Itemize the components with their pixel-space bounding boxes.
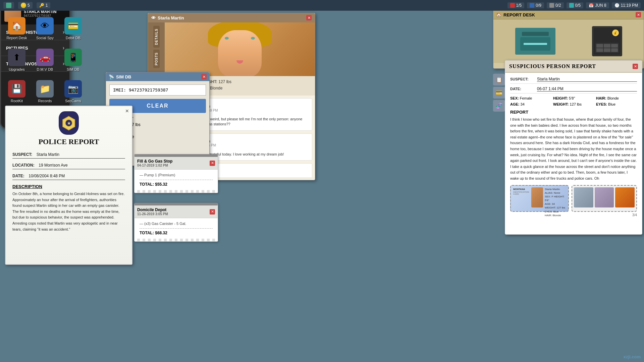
id-card-photo: [531, 187, 543, 207]
sidebar-item-rootkit[interactable]: 💾 RootKit: [3, 76, 30, 107]
report-desk-close-button[interactable]: ✕: [636, 12, 641, 17]
watermark: xzji.com: [624, 354, 641, 359]
sidebar-icon-card[interactable]: 💳: [493, 87, 505, 99]
rootkit-label: RootKit: [11, 99, 23, 103]
suspect-weight: WEIGHT: 127 lbs: [553, 102, 594, 106]
sidebar-item-records[interactable]: 📁 Records: [32, 76, 58, 107]
suspect-hair: HAIR: Blonde: [596, 96, 637, 100]
report-desk-title-icon: 🏠: [496, 12, 501, 17]
sidebar-item-dmv-db[interactable]: 🚗 D.M.V DB: [32, 45, 58, 75]
debit-db-icon: 💳: [64, 17, 82, 35]
status-3-label: 0/2: [555, 3, 561, 8]
simdb-close-button[interactable]: ✕: [201, 74, 207, 79]
taskbar-right: 1/5 0/9 0/2 0/5 📅 JUN 8 🕐 11:19 PM: [507, 2, 641, 8]
key-count: 1: [46, 3, 48, 8]
status-1-label: 1/5: [516, 3, 522, 8]
receipt-1-item-1: — Pump 1 (Premium): [140, 173, 213, 177]
status-4: 0/5: [567, 2, 584, 8]
receipt-1-body: — Pump 1 (Premium) TOTAL: $55.32: [135, 170, 218, 190]
printer-object: [515, 28, 555, 55]
sidebar-icon-file[interactable]: 📋: [493, 74, 505, 85]
social-spy-icon-title: 👁: [151, 15, 156, 20]
suspect-report-text: I think I know who set fire to that hous…: [510, 117, 637, 182]
police-location-field: LOCATION: 19 Morrison Ave: [12, 162, 125, 169]
receipt-2-window: Domicile Depot 11-26-2019 3:05 PM ✕ — (x…: [134, 203, 218, 242]
time-display: 🕐 11:19 PM: [612, 2, 641, 8]
suspect-date-row: DATE: 06-07 1:44 PM: [510, 86, 637, 94]
profile-image: [165, 22, 315, 76]
report-desk-label: Report Desk: [6, 36, 27, 40]
sidebar-item-seccams[interactable]: 📷 SecCams: [60, 76, 87, 107]
battery-icon: [6, 3, 11, 8]
phone-object: 💰: [592, 26, 622, 56]
seccams-icon: 📷: [64, 80, 82, 98]
simdb-title-text: SIM DB: [116, 74, 131, 79]
tab-posts[interactable]: POSTS: [153, 50, 160, 68]
police-suspect-field: SUSPECT: Starla Martin: [12, 151, 125, 159]
report-desk-title-text: REPORT DESK: [503, 12, 535, 17]
badge-icon: ★: [59, 111, 79, 135]
records-icon: 📁: [36, 80, 54, 98]
coin-status: 🪙 5: [18, 2, 33, 9]
photo-thumb-1: [574, 187, 593, 207]
suspicious-report-close-button[interactable]: ✕: [633, 64, 638, 69]
suspect-report-section-title: REPORT: [510, 110, 637, 115]
suspicious-report-window: SUSPICIOUS PERSON REPORT ✕ SUSPECT: Star…: [505, 60, 642, 235]
suspect-date-label: DATE:: [510, 87, 537, 91]
suspect-name-label: SUSPECT:: [510, 77, 537, 81]
sidebar-item-upgrades[interactable]: ⬆ Upgrades: [3, 45, 30, 75]
taskbar-left: 🪙 5 🔑 1: [3, 2, 50, 9]
social-spy-close-button[interactable]: ✕: [306, 15, 312, 20]
key-status: 🔑 1: [37, 2, 51, 8]
sidebar-item-debit-db[interactable]: 💳 Debit DB: [60, 13, 87, 44]
status-4-label: 0/5: [575, 3, 581, 8]
sidebar-icon-dna[interactable]: 🧬: [493, 100, 505, 112]
report-desk-title: 🏠 REPORT DESK: [496, 12, 535, 17]
receipt-2-deco: [135, 239, 218, 241]
photo-thumb-2: [595, 187, 614, 207]
suspect-height: HEIGHT: 5'8": [553, 96, 594, 100]
status-3: 0/2: [547, 2, 564, 8]
sidebar-item-sim-db[interactable]: 📱 SIM DB: [60, 45, 87, 75]
report-desk-icon: 🏠: [8, 17, 25, 35]
suspect-name-value: Starla Martin: [537, 77, 637, 82]
gray-status-icon: [549, 3, 554, 8]
sidebar-item-social-spy[interactable]: 👁 Social Spy: [32, 13, 58, 44]
weight-value: 127 lbs: [218, 79, 231, 84]
svg-text:★: ★: [67, 121, 71, 126]
sidebar-item-report-desk[interactable]: 🏠 Report Desk: [3, 13, 30, 44]
id-card-text: Starla MartinALIAS: NoneSEX: F HEIGHT: 5…: [545, 187, 567, 209]
receipt-1-close-button[interactable]: ✕: [210, 161, 215, 166]
date-display: 📅 JUN 8: [586, 2, 609, 8]
upgrades-label: Upgrades: [9, 67, 25, 71]
coin-count: 5: [28, 3, 30, 8]
suspect-footer: MONTANA IDENTIFICATION CARD Starla Marti…: [510, 185, 637, 212]
receipt-2-body: — (x3) Gas Canister - 5 Gal. TOTAL: $68.…: [135, 218, 218, 239]
police-report-close-button[interactable]: ✕: [124, 108, 130, 114]
social-spy-label: Social Spy: [36, 36, 54, 40]
report-desk-content: 💰: [493, 19, 644, 63]
tab-details[interactable]: DETAILS: [153, 26, 160, 48]
rootkit-icon: 💾: [8, 80, 25, 98]
page-counter: 3/4: [510, 213, 637, 217]
suspect-id-card: MONTANA IDENTIFICATION CARD Starla Marti…: [510, 185, 569, 212]
receipt-1-deco: [135, 190, 218, 193]
receipt-2-header: Domicile Depot 11-26-2019 3:05 PM ✕: [135, 205, 218, 218]
cyan-status-icon: [569, 3, 574, 8]
debit-db-label: Debit DB: [66, 36, 80, 40]
suspect-age: AGE: 34: [510, 102, 551, 106]
red-status-icon: [510, 3, 515, 8]
receipt-2-total: TOTAL: $68.32: [140, 228, 213, 235]
receipt-1-window: Fill & Go Gas Stop 04-17-2019 1:02 PM ✕ …: [134, 154, 218, 193]
receipt-2-store: Domicile Depot 11-26-2019 3:05 PM: [137, 207, 168, 216]
report-desk-window: 🏠 REPORT DESK ✕ 💰: [493, 10, 644, 69]
receipt-2-close-button[interactable]: ✕: [210, 209, 215, 215]
key-icon: 🔑: [39, 3, 44, 8]
receipt-1-total: TOTAL: $55.32: [140, 180, 213, 187]
upgrades-icon: ⬆: [8, 49, 25, 66]
sim-db-label: SIM DB: [67, 67, 79, 71]
seccams-label: SecCams: [65, 99, 81, 103]
suspect-sex: SEX: Female: [510, 96, 551, 100]
time-label: 11:19 PM: [621, 3, 638, 8]
police-badge: ★: [12, 111, 125, 135]
